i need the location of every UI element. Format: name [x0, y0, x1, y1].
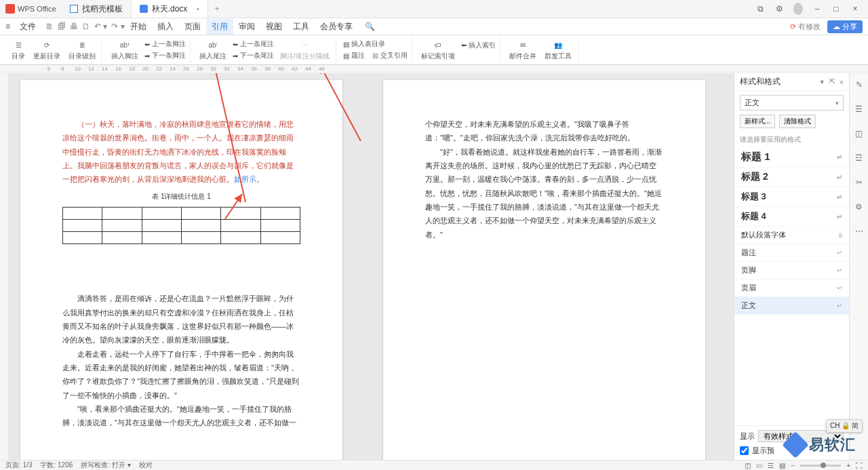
ime-indicator: CH 🔒 简	[826, 419, 863, 433]
menu-tools[interactable]: 工具	[288, 19, 315, 35]
paragraph: 个仰望天空，对未来充满希望的乐观主义者。"我吸了吸鼻子答道："嗯"。"走吧，你回…	[425, 117, 663, 145]
update-toc-button[interactable]: ⟳更新目录	[31, 38, 62, 62]
print-icon[interactable]: 🖶	[70, 22, 78, 31]
view-mode-icon[interactable]: ▭	[756, 462, 762, 469]
style-item-heading2[interactable]: 标题 2↵	[734, 168, 849, 187]
fullscreen-icon[interactable]: ⛶	[856, 462, 863, 469]
proof-status[interactable]: 校对	[139, 461, 153, 470]
settings-icon[interactable]: ⚙	[853, 201, 865, 213]
modified-indicator: •	[197, 5, 199, 13]
ribbon: ☰目录 ⟳更新目录 ≣目录级别 ab¹插入脚注 ⬅ 上一条脚注 ➡ 下一条脚注 …	[0, 35, 868, 65]
page-indicator[interactable]: 页面: 1/3	[5, 461, 32, 470]
caption-button[interactable]: ▤ 题注	[343, 51, 365, 60]
horizontal-ruler[interactable]: 6810121416182022242628303234363840424446	[0, 65, 868, 73]
mark-index-button[interactable]: 🏷标记索引项	[419, 38, 457, 62]
panel-header: 样式和格式 ▼ ⇱ ×	[734, 73, 849, 91]
spell-check-status[interactable]: 拼写检查: 打开 ▾	[81, 461, 130, 470]
print-preview-icon[interactable]: 🗐	[58, 22, 66, 31]
show-preview-label: 显示预	[752, 446, 774, 456]
next-endnote-button[interactable]: ➡ 下一条尾注	[233, 51, 274, 60]
zoom-in-icon[interactable]: +	[846, 462, 850, 469]
share-button[interactable]: ☁ 分享	[827, 20, 863, 33]
window-controls: ⧉ ⚙ – □ ×	[755, 3, 868, 15]
table[interactable]	[62, 207, 300, 244]
tab-document[interactable]: 秋天.docx •	[132, 0, 208, 18]
save-icon[interactable]: 🗎	[45, 22, 54, 31]
toc-level-button[interactable]: ≣目录级别	[66, 38, 98, 62]
new-style-button[interactable]: 新样式...	[740, 115, 775, 128]
tools-icon[interactable]: ✂	[853, 176, 865, 189]
mass-tools-button[interactable]: 👥群发工具	[542, 38, 574, 62]
comments-icon[interactable]: ☲	[853, 152, 865, 164]
file-menu[interactable]: 文件	[14, 19, 41, 35]
add-tab-button[interactable]: +	[208, 4, 226, 14]
more-icon[interactable]: ⋯	[853, 225, 865, 237]
menu-view[interactable]: 视图	[260, 19, 288, 35]
chevron-down-icon[interactable]: ▼	[819, 79, 825, 85]
view-mode-icon[interactable]: ☲	[768, 462, 774, 469]
menu-review[interactable]: 审阅	[233, 19, 260, 35]
tab-template[interactable]: 找稻壳模板	[62, 0, 132, 18]
style-item-heading1[interactable]: 标题 1↵	[734, 147, 849, 168]
insert-index-button[interactable]: ⬅ 插入索引	[461, 41, 496, 50]
page-container[interactable]: （一）秋天，落叶满地，冷寂的秋雨肆意地宣泄着它的情绪，用悲凉给这个喧嚣的世界润色…	[8, 73, 734, 460]
layers-icon[interactable]: ◫	[853, 128, 865, 140]
view-mode-icon[interactable]: ◫	[745, 462, 751, 469]
close-button[interactable]: ×	[850, 4, 860, 14]
app-logo: WPS Office	[0, 4, 62, 14]
style-item-normal[interactable]: 正文↵	[734, 297, 849, 315]
style-item-footer[interactable]: 页脚↵	[734, 262, 849, 279]
zoom-out-icon[interactable]: −	[791, 462, 795, 469]
maximize-button[interactable]: □	[831, 4, 841, 14]
insert-caption-toc-button[interactable]: ▤ 插入表目录	[343, 39, 408, 49]
pin-icon[interactable]: ⇱	[829, 77, 835, 86]
restore-icon[interactable]: ⧉	[755, 4, 765, 14]
menu-reference[interactable]: 引用	[206, 19, 233, 35]
menu-page[interactable]: 页面	[179, 19, 206, 35]
prev-endnote-button[interactable]: ⬅ 上一条尾注	[233, 39, 274, 49]
styles-panel: 样式和格式 ▼ ⇱ × 正文 ▾ 新样式... 清除格式 请选择要应用的格式 标…	[734, 73, 849, 460]
search-icon[interactable]: 🔍	[365, 22, 375, 31]
toc-button[interactable]: ☰目录	[9, 38, 27, 62]
view-mode-icon[interactable]: ▤	[779, 462, 785, 469]
clear-format-button[interactable]: 清除格式	[779, 115, 816, 128]
mail-merge-button[interactable]: ✉邮件合并	[507, 38, 538, 62]
watermark-logo: 易软汇	[786, 435, 856, 455]
redo-icon[interactable]: ↷ ▾	[111, 22, 124, 31]
pencil-icon[interactable]: ✎	[853, 79, 865, 91]
insert-footnote-button[interactable]: ab¹插入脚注	[109, 38, 140, 62]
menu-start[interactable]: 开始	[125, 19, 152, 35]
insert-endnote-button[interactable]: abⁱ插入尾注	[197, 38, 229, 62]
page-2[interactable]: 个仰望天空，对未来充满希望的乐观主义者。"我吸了吸鼻子答道："嗯"。"走吧，你回…	[383, 80, 705, 460]
menu-insert[interactable]: 插入	[152, 19, 179, 35]
side-toolbar: ✎ ☰ ◫ ☲ ✂ ⚙ ⋯	[849, 73, 868, 460]
export-icon[interactable]: 🗋	[82, 22, 90, 31]
show-preview-checkbox[interactable]	[740, 446, 749, 455]
current-style-combo[interactable]: 正文 ▾	[740, 95, 844, 111]
next-footnote-button[interactable]: ➡ 下一条脚注	[144, 51, 186, 60]
cross-reference-link[interactable]: 如所示。	[234, 175, 264, 183]
vertical-ruler[interactable]	[0, 73, 8, 460]
panel-hint: 请选择要应用的格式	[734, 132, 849, 147]
prev-footnote-button[interactable]: ⬅ 上一条脚注	[144, 39, 186, 49]
style-item-caption[interactable]: 题注↵	[734, 244, 849, 262]
style-item-header[interactable]: 页眉↵	[734, 279, 849, 297]
paragraph: 滴滴答答，是雨在倾诉，还是心在流血？一片黯然浮于眼眸，为什么我用真挚付出的换来的…	[62, 292, 300, 347]
minimize-button[interactable]: –	[812, 4, 822, 14]
page-1[interactable]: （一）秋天，落叶满地，冷寂的秋雨肆意地宣泄着它的情绪，用悲凉给这个喧嚣的世界润色…	[20, 80, 342, 460]
tab-label: 秋天.docx	[152, 3, 188, 15]
undo-icon[interactable]: ↶ ▾	[94, 22, 107, 31]
word-count[interactable]: 字数: 1206	[40, 461, 73, 470]
close-panel-icon[interactable]: ×	[840, 78, 844, 86]
cross-reference-button[interactable]: ☒ 交叉引用	[372, 51, 408, 60]
menu-icon[interactable]: ≡	[5, 22, 10, 31]
style-item-heading4[interactable]: 标题 4↵	[734, 207, 849, 227]
style-item-heading3[interactable]: 标题 3↵	[734, 187, 849, 207]
style-item-default-font[interactable]: 默认段落字体a	[734, 227, 849, 244]
avatar[interactable]	[793, 3, 803, 15]
zoom-slider[interactable]	[800, 465, 841, 467]
menu-member[interactable]: 会员专享	[315, 19, 358, 35]
footnote-separator-button[interactable]: ⋯脚注/尾注分隔线	[278, 38, 332, 62]
settings-icon[interactable]: ⚙	[774, 4, 784, 14]
select-icon[interactable]: ☰	[853, 103, 865, 115]
